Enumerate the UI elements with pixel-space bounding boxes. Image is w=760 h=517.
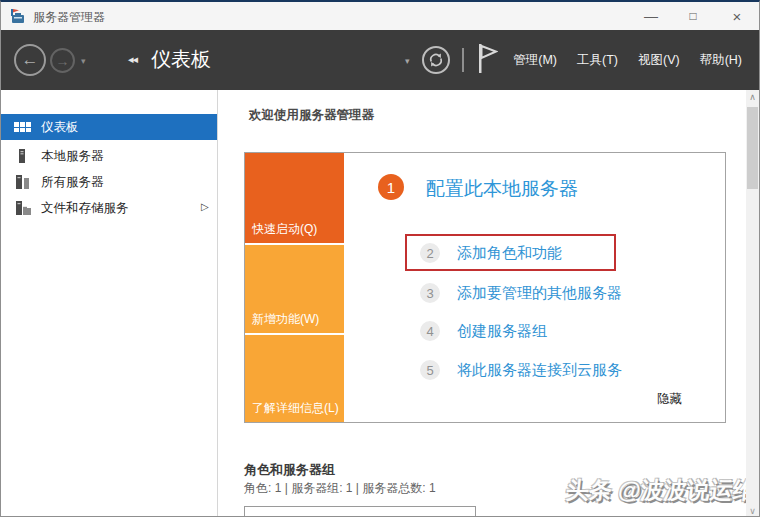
close-button[interactable]: ×	[717, 2, 757, 30]
sidebar-item-all-servers[interactable]: 所有服务器	[1, 169, 217, 195]
menu-tools[interactable]: 工具(T)	[574, 48, 621, 73]
menu-view[interactable]: 视图(V)	[635, 48, 683, 73]
link-create-server-group[interactable]: 创建服务器组	[457, 322, 547, 341]
history-dropdown-caret-icon[interactable]: ▾	[81, 56, 86, 66]
tab-label: 了解详细信息(L)	[252, 400, 339, 417]
breadcrumb-dropdown-caret-icon[interactable]: ▾	[405, 56, 410, 66]
welcome-tile: 快速启动(Q) 新增功能(W) 了解详细信息(L) 1 配置此本地服务器 2 添…	[244, 152, 726, 423]
sidebar-item-label: 仪表板	[41, 119, 79, 136]
roles-tile-partial	[244, 506, 476, 517]
scrollbar-thumb[interactable]	[747, 107, 758, 189]
scrollbar-up-icon[interactable]: ∧	[746, 92, 759, 102]
collapse-breadcrumb-icon[interactable]: ◂◂	[128, 53, 137, 66]
file-storage-services-icon	[14, 200, 31, 216]
minimize-button[interactable]: —	[631, 2, 671, 30]
breadcrumb-page-title: 仪表板	[151, 46, 211, 73]
link-add-other-servers[interactable]: 添加要管理的其他服务器	[457, 284, 622, 303]
maximize-button[interactable]: □	[673, 2, 713, 30]
roles-and-server-groups-heading: 角色和服务器组	[244, 461, 335, 479]
titlebar: 服务器管理器 — □ ×	[1, 2, 759, 30]
tab-whats-new[interactable]: 新增功能(W)	[245, 245, 344, 333]
tab-quick-start[interactable]: 快速启动(Q)	[245, 153, 344, 243]
step-3-badge: 3	[420, 283, 440, 303]
refresh-button[interactable]	[422, 46, 450, 74]
server-manager-window: 服务器管理器 — □ × ← → ▾ ◂◂ 仪表板 ▾ 管理(M)	[0, 0, 760, 517]
sidebar-item-dashboard[interactable]: 仪表板	[1, 114, 217, 140]
toolbar-separator	[462, 48, 464, 72]
watermark-text: 头条 @波波说运维	[564, 475, 746, 506]
step-5-badge: 5	[420, 360, 440, 380]
vertical-scrollbar[interactable]: ∧ ∨	[746, 90, 759, 517]
local-server-icon	[14, 148, 31, 164]
back-button[interactable]: ←	[14, 44, 46, 76]
link-connect-to-cloud-services[interactable]: 将此服务器连接到云服务	[457, 361, 622, 380]
sidebar-item-label: 所有服务器	[41, 174, 104, 191]
hide-link[interactable]: 隐藏	[657, 391, 682, 408]
sidebar: 仪表板 本地服务器 所有服务器	[1, 90, 218, 517]
sidebar-item-local-server[interactable]: 本地服务器	[1, 143, 217, 169]
step-4-badge: 4	[420, 321, 440, 341]
welcome-heading: 欢迎使用服务器管理器	[249, 107, 374, 124]
notifications-flag-icon[interactable]	[476, 44, 498, 78]
tab-label: 快速启动(Q)	[252, 221, 317, 238]
dashboard-grid-icon	[14, 119, 31, 135]
link-add-roles-and-features[interactable]: 添加角色和功能	[457, 244, 562, 263]
menu-manage[interactable]: 管理(M)	[510, 48, 560, 73]
all-servers-icon	[14, 174, 31, 190]
roles-summary-text: 角色: 1 | 服务器组: 1 | 服务器总数: 1	[244, 480, 436, 497]
tab-label: 新增功能(W)	[252, 311, 319, 328]
menu-help[interactable]: 帮助(H)	[697, 48, 745, 73]
server-manager-app-icon	[10, 8, 26, 24]
menubar: 管理(M) 工具(T) 视图(V) 帮助(H)	[510, 30, 745, 90]
forward-button[interactable]: →	[50, 48, 75, 73]
sidebar-item-label: 文件和存储服务	[41, 200, 129, 217]
refresh-icon	[428, 52, 444, 68]
expand-submenu-icon[interactable]: ▷	[201, 201, 209, 212]
scrollbar-down-icon[interactable]: ∨	[746, 506, 759, 516]
link-configure-local-server[interactable]: 配置此本地服务器	[426, 176, 578, 202]
main-content: 欢迎使用服务器管理器 快速启动(Q) 新增功能(W) 了解详细信息(L) 1 配…	[219, 90, 746, 517]
step-2-badge: 2	[420, 243, 440, 263]
sidebar-item-label: 本地服务器	[41, 148, 104, 165]
step-1-badge: 1	[378, 174, 404, 200]
sidebar-item-file-storage-services[interactable]: 文件和存储服务 ▷	[1, 195, 217, 221]
tab-learn-more[interactable]: 了解详细信息(L)	[245, 335, 344, 422]
window-title: 服务器管理器	[33, 9, 105, 26]
navigation-bar: ← → ▾ ◂◂ 仪表板 ▾ 管理(M) 工具(T) 视图(V) 帮助(H)	[1, 30, 759, 90]
